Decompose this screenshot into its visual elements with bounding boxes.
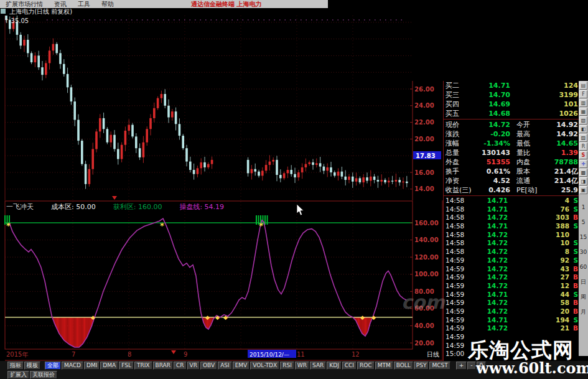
indicator-tab-全部[interactable]: 全部: [45, 362, 61, 370]
f10-icon[interactable]: F: [579, 90, 587, 98]
quote-row: 总量130143量比1.39: [444, 148, 579, 157]
folder-icon[interactable]: ▥: [579, 99, 587, 107]
svg-text:*: *: [160, 221, 164, 230]
refresh-icon[interactable]: ◧: [579, 125, 587, 133]
svg-text:◆: ◆: [360, 314, 365, 321]
rss-icon[interactable]: R: [579, 143, 587, 151]
indicator-tab-RSI[interactable]: RSI: [280, 362, 294, 370]
svg-text:11: 11: [297, 351, 305, 358]
svg-text:100.00: 100.00: [414, 271, 439, 278]
watermark-faint: com: [401, 291, 445, 313]
period-button-5[interactable]: 5: [579, 215, 588, 230]
svg-text:120.00: 120.00: [414, 254, 439, 261]
tick-row: 14:5914.7258B: [444, 299, 579, 307]
svg-text:40.00: 40.00: [414, 322, 434, 329]
period-button-30[interactable]: 30: [579, 245, 588, 260]
tab-关联报价[interactable]: 关联报价: [30, 371, 57, 379]
tick-row: 14:5914.7243B: [444, 265, 579, 274]
grid-icon[interactable]: ▣: [579, 186, 587, 194]
watermark-url: www.60lt.com: [476, 359, 588, 377]
indicator-param: 成本区: 50.00: [51, 203, 96, 211]
tick-row: 14:5914.7212B: [444, 282, 579, 291]
right-toolbar: ▤F▥▦▧◧▨RS✛▩◨▣15153060日周月: [579, 81, 588, 356]
zoom-button-+[interactable]: +: [456, 362, 467, 370]
period-button-1[interactable]: 1: [579, 200, 588, 215]
quote-row: 涨跌-0.20最高14.92: [444, 129, 579, 139]
quote-row: 买五14.681026: [444, 109, 579, 118]
quote-row: 现价14.72今开14.92: [444, 120, 579, 129]
svg-text:24.00: 24.00: [414, 102, 434, 109]
indicator-tab-OBV[interactable]: OBV: [200, 362, 217, 370]
list-icon[interactable]: ▨: [579, 134, 587, 142]
tick-row: 14:5814.72303B: [444, 213, 579, 222]
info-icon[interactable]: ▤: [579, 82, 587, 90]
menu-bar: 扩展市场行情资讯工具帮助通达信金融终端 上海电力: [0, 0, 328, 8]
indicator-tab-TRIX[interactable]: TRIX: [134, 362, 152, 370]
menu-item[interactable]: 资讯: [49, 0, 72, 9]
svg-text:◆: ◆: [371, 314, 376, 321]
tick-row: 14:5814.728S: [444, 248, 579, 256]
menu-item[interactable]: 帮助: [96, 0, 119, 9]
tick-row: 14:5814.7176S: [444, 205, 579, 214]
indicator-tab-WR[interactable]: WR: [295, 362, 309, 370]
period-button-日[interactable]: 日: [579, 274, 588, 289]
minute-chart-icon[interactable]: ▧: [579, 116, 587, 124]
block-trade-icon[interactable]: ▦: [579, 108, 587, 116]
period-button-15[interactable]: 15: [579, 230, 588, 245]
svg-text:22.00: 22.00: [414, 119, 434, 126]
indicator-tab-DMI[interactable]: DMI: [84, 362, 100, 370]
svg-text:2015/10/12/—: 2015/10/12/—: [250, 352, 289, 358]
indicator-tab-CR[interactable]: CR: [174, 362, 187, 370]
menu-item[interactable]: 扩展市场行情: [0, 0, 49, 9]
indicator-tab-MACD[interactable]: MACD: [62, 362, 83, 370]
kline-chart[interactable]: 26.0024.0022.0020.0016.0014.0017.83↑ 35.…: [0, 16, 443, 200]
indicator-tab-FSL[interactable]: FSL: [119, 362, 134, 370]
tab-扩展入[interactable]: 扩展入: [7, 371, 29, 379]
logo-icon[interactable]: S: [579, 151, 587, 159]
svg-text:16.00: 16.00: [414, 169, 434, 176]
svg-text:7: 7: [72, 351, 75, 358]
indicator-tab-VR[interactable]: VR: [187, 362, 200, 370]
trading-terminal-window: 扩展市场行情资讯工具帮助通达信金融终端 上海电力 上海电力(日线 前复权) 26…: [0, 0, 588, 379]
indicator-tab-BRAR[interactable]: BRAR: [153, 362, 173, 370]
draw-icon[interactable]: ▩: [579, 169, 587, 177]
indicator-tab-ASI[interactable]: ASI: [218, 362, 232, 370]
indicator-tab-KDJ[interactable]: KDJ: [327, 362, 342, 370]
tick-row: 14:5914.71194S: [444, 316, 579, 325]
menu-item[interactable]: 工具: [72, 0, 96, 9]
quote-panel: 买二14.71124买三14.703199买四14.69101买五14.6810…: [443, 81, 579, 361]
svg-text:日线: 日线: [427, 351, 439, 358]
indicator-tab-BOLL[interactable]: BOLL: [394, 362, 413, 370]
indicator-tab-CCI[interactable]: CCI: [342, 362, 357, 370]
tab-指标[interactable]: 指标: [7, 362, 24, 370]
svg-text:2015年: 2015年: [6, 351, 28, 358]
window-icon: [1, 9, 6, 14]
svg-text:20.00: 20.00: [414, 340, 434, 347]
indicator-tab-DMA[interactable]: DMA: [100, 362, 118, 370]
svg-text:◆: ◆: [205, 314, 210, 321]
quote-row: 净资4.52流通21.4亿: [444, 176, 579, 185]
period-button-周[interactable]: 周: [579, 289, 588, 304]
move-icon[interactable]: ✛: [579, 160, 587, 168]
period-button-月[interactable]: 月: [579, 304, 588, 319]
indicator-tab-EMV[interactable]: EMV: [233, 362, 250, 370]
indicator-chart[interactable]: ***◆◆◆◆◆◆160.00140.00120.00100.0080.0060…: [0, 200, 443, 361]
quote-row: 买四14.69101: [444, 100, 579, 109]
page-title: 上海电力(日线 前复权): [9, 8, 72, 15]
tab-模板[interactable]: 模板: [24, 362, 40, 370]
indicator-tab-MCST[interactable]: MCST: [429, 362, 450, 370]
indicator-tab-ROC[interactable]: ROC: [357, 362, 375, 370]
indicator-tab-VOL-TDX[interactable]: VOL-TDX: [250, 362, 279, 370]
svg-text:◆: ◆: [215, 314, 220, 321]
indicator-tab-MTM[interactable]: MTM: [375, 362, 393, 370]
period-button-60[interactable]: 60: [579, 260, 588, 274]
indicator-tab-SAR[interactable]: SAR: [310, 362, 326, 370]
quote-row: 买二14.71124: [444, 81, 579, 90]
svg-text:*: *: [259, 221, 263, 230]
tick-row: 14:5914.7144S: [444, 291, 579, 299]
indicator-tab-PSY[interactable]: PSY: [414, 362, 429, 370]
svg-text:9: 9: [184, 351, 187, 358]
svg-text:8: 8: [128, 351, 131, 358]
f5-icon[interactable]: ◨: [579, 177, 587, 185]
quote-row: 换手0.61%股本21.4亿: [444, 167, 579, 176]
